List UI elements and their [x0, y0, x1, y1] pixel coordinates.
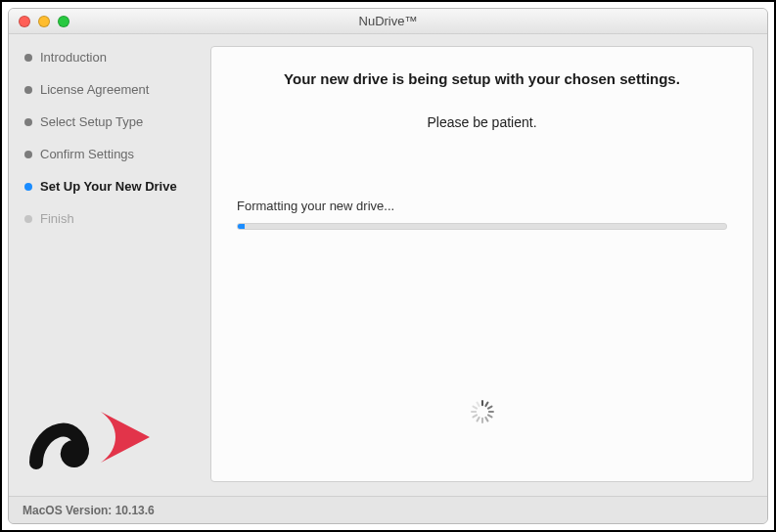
step-label: Confirm Settings: [40, 147, 134, 161]
bullet-icon: [24, 86, 32, 94]
brand-logo: [24, 398, 161, 476]
step-confirm-settings: Confirm Settings: [24, 147, 195, 161]
panel-subtext: Please be patient.: [237, 114, 727, 130]
content-panel: Your new drive is being setup with your …: [210, 46, 753, 482]
main-area: Your new drive is being setup with your …: [205, 34, 767, 496]
svg-line-2: [487, 407, 491, 409]
bullet-icon: [24, 215, 32, 223]
bullet-icon: [24, 118, 32, 126]
svg-line-10: [473, 407, 477, 409]
close-icon[interactable]: [19, 16, 30, 27]
svg-line-11: [477, 403, 479, 407]
svg-line-4: [487, 415, 491, 417]
step-label: Select Setup Type: [40, 114, 143, 129]
svg-line-5: [485, 418, 487, 421]
panel-heading: Your new drive is being setup with your …: [237, 70, 727, 87]
progress-fill: [238, 224, 245, 229]
svg-line-8: [473, 415, 477, 417]
footer-bar: MacOS Version: 10.13.6: [9, 496, 767, 523]
svg-line-1: [485, 403, 487, 407]
zoom-icon[interactable]: [58, 16, 69, 27]
os-version-label: MacOS Version: 10.13.6: [23, 504, 155, 517]
step-label: Finish: [40, 211, 74, 226]
step-list: Introduction License Agreement Select Se…: [24, 50, 195, 398]
window-body: Introduction License Agreement Select Se…: [9, 34, 767, 496]
screenshot-frame: NuDrive™ Introduction License Agreement …: [0, 0, 776, 532]
titlebar[interactable]: NuDrive™: [9, 9, 767, 34]
step-label: License Agreement: [40, 82, 149, 97]
progress-bar: [237, 223, 727, 230]
step-select-setup-type: Select Setup Type: [24, 114, 195, 129]
sidebar: Introduction License Agreement Select Se…: [9, 34, 205, 496]
window-controls: [9, 16, 69, 27]
step-finish: Finish: [24, 211, 195, 226]
bullet-icon: [24, 183, 32, 191]
step-set-up-drive: Set Up Your New Drive: [24, 179, 195, 194]
step-label: Introduction: [40, 50, 107, 65]
app-window: NuDrive™ Introduction License Agreement …: [8, 8, 768, 524]
spinner-icon: [470, 399, 495, 428]
step-introduction: Introduction: [24, 50, 195, 65]
bullet-icon: [24, 151, 32, 158]
svg-line-7: [477, 418, 479, 421]
bullet-icon: [24, 54, 32, 62]
minimize-icon[interactable]: [38, 16, 50, 27]
window-title: NuDrive™: [9, 14, 767, 28]
step-license-agreement: License Agreement: [24, 82, 195, 97]
step-label: Set Up Your New Drive: [40, 179, 177, 194]
status-text: Formatting your new drive...: [237, 199, 727, 213]
